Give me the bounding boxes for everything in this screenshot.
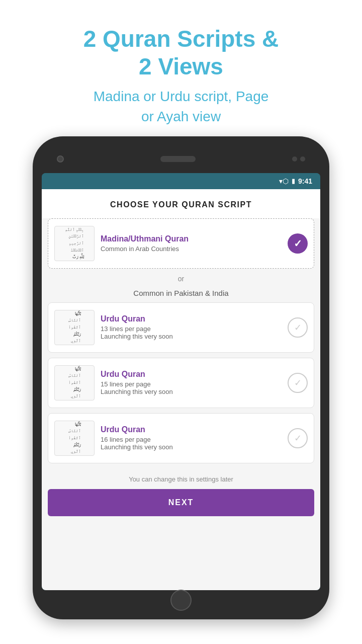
urdu-15-name: Urdu Quran	[101, 370, 282, 379]
settings-note: You can change this in settings later	[42, 468, 320, 489]
urdu-16-info: Urdu Quran 16 lines per page Launching t…	[101, 425, 282, 451]
phone-frame: ▾⬡ ▮ 9:41 CHOOSE YOUR QURAN SCRIPT بِسۡم…	[33, 136, 329, 619]
urdu-15-info: Urdu Quran 15 lines per page Launching t…	[101, 370, 282, 395]
urdu-16-desc1: 16 lines per page	[101, 436, 282, 443]
or-divider: or	[42, 269, 320, 289]
urdu-13-desc1: 13 lines per page	[101, 325, 282, 333]
wifi-icon: ▾⬡	[279, 177, 289, 185]
script-option-madina[interactable]: بِسۡمِ ٱللَّهِٱلرَّحۡمَٰنِٱلرَّحِيمِٱلۡح…	[48, 218, 314, 269]
phone-top-bar	[42, 145, 320, 173]
phone-sensors	[292, 156, 305, 162]
header-title: 2 Quran Scripts &2 Views	[83, 25, 279, 80]
urdu-15-desc2: Launching this very soon	[101, 388, 282, 395]
urdu-13-name: Urdu Quran	[101, 314, 282, 324]
urdu-13-info: Urdu Quran 13 lines per page Launching t…	[101, 314, 282, 340]
urdu-15-check	[288, 373, 308, 393]
screen-content: CHOOSE YOUR QURAN SCRIPT بِسۡمِ ٱللَّهِٱ…	[42, 189, 320, 590]
phone-sensor-1	[292, 156, 297, 162]
status-bar: ▾⬡ ▮ 9:41	[42, 173, 320, 189]
urdu-15-preview: يَٰٓأَيُّهَاٱلنَّاسُٱتَّقُواْرَبَّكُمُٱل…	[54, 365, 95, 400]
choose-script-title: CHOOSE YOUR QURAN SCRIPT	[42, 189, 320, 218]
phone-screen: ▾⬡ ▮ 9:41 CHOOSE YOUR QURAN SCRIPT بِسۡم…	[42, 173, 320, 590]
phone-camera	[57, 155, 64, 163]
phone-sensor-2	[300, 156, 305, 162]
header-section: 2 Quran Scripts &2 Views Madina or Urdu …	[43, 0, 319, 136]
battery-icon: ▮	[292, 177, 295, 185]
phone-bottom	[170, 590, 192, 610]
urdu-13-check	[288, 317, 308, 338]
madina-name: Madina/Uthmani Quran	[101, 234, 282, 244]
script-option-urdu-13[interactable]: يَٰٓأَيُّهَاٱلنَّاسُٱتَّقُواْرَبَّكُمُٱل…	[48, 302, 314, 353]
header-subtitle: Madina or Urdu script, Pageor Ayah view	[83, 87, 279, 126]
urdu-16-check	[288, 428, 308, 448]
status-time: 9:41	[298, 177, 312, 185]
urdu-15-desc1: 15 lines per page	[101, 380, 282, 388]
madina-desc: Common in Arab Countries	[101, 245, 282, 253]
common-label: Common in Pakistan & India	[42, 289, 320, 302]
urdu-16-desc2: Launching this very soon	[101, 443, 282, 451]
madina-check	[288, 233, 308, 254]
madina-info: Madina/Uthmani Quran Common in Arab Coun…	[101, 234, 282, 253]
urdu-13-desc2: Launching this very soon	[101, 333, 282, 340]
urdu-16-name: Urdu Quran	[101, 425, 282, 434]
urdu-16-preview: يَٰٓأَيُّهَاٱلنَّاسُٱتَّقُواْرَبَّكُمُٱل…	[54, 421, 95, 456]
phone-speaker	[160, 156, 196, 162]
next-button[interactable]: NEXT	[48, 489, 314, 516]
script-option-urdu-15[interactable]: يَٰٓأَيُّهَاٱلنَّاسُٱتَّقُواْرَبَّكُمُٱل…	[48, 358, 314, 408]
madina-preview: بِسۡمِ ٱللَّهِٱلرَّحۡمَٰنِٱلرَّحِيمِٱلۡح…	[54, 226, 95, 261]
urdu-13-preview: يَٰٓأَيُّهَاٱلنَّاسُٱتَّقُواْرَبَّكُمُٱل…	[54, 310, 95, 345]
script-option-urdu-16[interactable]: يَٰٓأَيُّهَاٱلنَّاسُٱتَّقُواْرَبَّكُمُٱل…	[48, 413, 314, 463]
phone-home-button[interactable]	[170, 590, 192, 611]
